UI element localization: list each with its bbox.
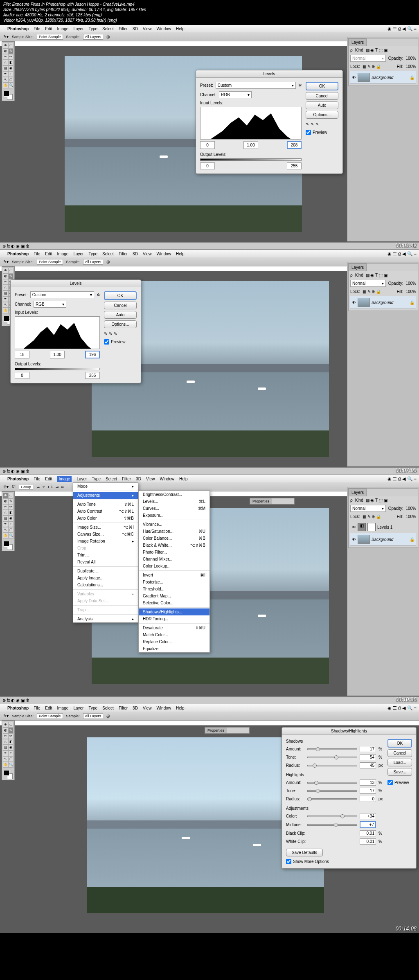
layer-levels1[interactable]: 👁 ◧ Levels 1	[350, 521, 416, 533]
color-slider[interactable]	[307, 816, 357, 817]
shadow-radius[interactable]: 45	[360, 762, 376, 768]
menu-image[interactable]: Image	[57, 27, 69, 31]
marquee-tool[interactable]: ▭	[8, 43, 14, 48]
eraser-tool[interactable]: ◧	[8, 60, 14, 65]
menu-image-open[interactable]: Image	[57, 476, 72, 482]
shape-tool[interactable]: ▢	[8, 77, 14, 83]
menu-edit[interactable]: Edit	[45, 27, 52, 31]
output-white[interactable]	[85, 372, 100, 379]
pen-tool[interactable]: ✒	[3, 71, 8, 77]
preset-dropdown[interactable]: Custom	[216, 82, 296, 89]
sample-layers-dropdown[interactable]: All Layers	[83, 259, 104, 265]
menu-type[interactable]: Type	[88, 27, 97, 31]
preset-dropdown[interactable]: Custom	[30, 291, 94, 298]
layer-background[interactable]: 👁 Background 🔒	[350, 533, 416, 546]
menu-help[interactable]: Help	[176, 27, 185, 31]
layer-background[interactable]: 👁 Background 🔒	[350, 71, 416, 84]
highlight-tone[interactable]: 17	[360, 788, 376, 794]
input-white[interactable]	[85, 351, 100, 358]
black-clip[interactable]: 0.01	[360, 830, 376, 836]
output-black[interactable]	[15, 372, 29, 379]
white-clip[interactable]: 0.01	[360, 838, 376, 845]
color-ring-icon[interactable]: ◎	[106, 259, 110, 264]
sample-size-dropdown[interactable]: Point Sample	[37, 259, 63, 265]
path-tool[interactable]: ↖	[3, 77, 8, 83]
clone-tool[interactable]: ⎌	[3, 60, 8, 65]
ok-button[interactable]: OK	[306, 82, 338, 90]
move-tool[interactable]: ⊕	[3, 43, 8, 48]
shadow-amount[interactable]: 17	[360, 746, 376, 752]
blend-mode[interactable]: Normal	[350, 55, 386, 62]
menu-mode[interactable]: Mode▸	[73, 483, 138, 490]
cancel-button[interactable]: Cancel	[104, 302, 137, 309]
zoom-tool[interactable]: 🔍	[8, 83, 14, 88]
histogram[interactable]	[200, 107, 302, 140]
shadow-tone[interactable]: 54	[360, 754, 376, 760]
output-slider[interactable]	[200, 158, 302, 161]
menu-3d[interactable]: 3D	[133, 27, 138, 31]
output-black[interactable]	[200, 162, 215, 169]
highlight-amount-slider[interactable]	[307, 782, 357, 784]
input-white[interactable]	[287, 141, 302, 149]
options-button[interactable]: Options...	[306, 111, 338, 119]
preset-menu-icon[interactable]: ✲	[298, 83, 302, 88]
ok-button[interactable]: OK	[387, 739, 412, 748]
sample-size-dropdown[interactable]: Point Sample	[37, 34, 63, 40]
color-val[interactable]: +34	[360, 813, 376, 819]
ok-button[interactable]: OK	[104, 291, 137, 300]
type-tool[interactable]: T	[8, 71, 14, 77]
highlight-amount[interactable]: 13	[360, 779, 376, 786]
highlight-radius-slider[interactable]	[307, 798, 357, 800]
layers-tab[interactable]: Layers	[349, 38, 367, 46]
input-black[interactable]	[15, 351, 29, 358]
crop-tool[interactable]: ✂	[3, 54, 8, 60]
eyedropper-tool-icon[interactable]: ✎▾	[3, 34, 9, 39]
menu-adjustments[interactable]: Adjustments▸	[73, 492, 138, 499]
group-dropdown[interactable]: Group	[19, 484, 33, 490]
eyedropper-tool-icon[interactable]: ✎▾	[3, 259, 9, 264]
histogram[interactable]	[15, 316, 100, 349]
layer-background[interactable]: 👁 Background 🔒	[350, 296, 416, 309]
preview-checkbox[interactable]	[306, 130, 311, 135]
hand-tool[interactable]: ✋	[3, 83, 8, 88]
lasso-tool[interactable]: ◐	[3, 48, 8, 54]
auto-button[interactable]: Auto	[104, 311, 137, 319]
menu-shadows-highlights[interactable]: Shadows/Highlights...	[139, 608, 210, 615]
midtone-slider[interactable]	[307, 824, 357, 826]
midtone-val[interactable]: +7	[360, 821, 376, 828]
save-defaults-button[interactable]: Save Defaults	[286, 849, 323, 856]
auto-button[interactable]: Auto	[306, 101, 338, 109]
save-button[interactable]: Save...	[387, 768, 412, 776]
brush-tool[interactable]: ✏	[8, 54, 14, 60]
menu-layer[interactable]: Layer	[73, 27, 83, 31]
eyedropper-gray-icon[interactable]: ✎	[311, 122, 314, 126]
shadow-tone-slider[interactable]	[307, 757, 357, 758]
preview-checkbox[interactable]	[104, 339, 109, 345]
input-gamma[interactable]	[50, 351, 65, 358]
cancel-button[interactable]: Cancel	[387, 749, 412, 757]
preview-checkbox[interactable]	[387, 780, 393, 785]
gradient-tool[interactable]: ▤	[3, 65, 8, 71]
highlight-radius[interactable]: 0	[360, 796, 376, 802]
channel-dropdown[interactable]: RGB	[34, 301, 66, 308]
show-more-checkbox[interactable]	[286, 859, 291, 864]
input-black[interactable]	[200, 141, 215, 149]
app-name[interactable]: Photoshop	[7, 27, 29, 31]
output-slider[interactable]	[15, 368, 100, 370]
eyedropper-tool[interactable]: ✎	[8, 48, 14, 54]
sample-layers-dropdown[interactable]: All Layers	[83, 34, 104, 40]
color-ring-icon[interactable]: ◎	[106, 34, 110, 39]
eyedropper-white-icon[interactable]: ✎	[315, 122, 319, 126]
channel-dropdown[interactable]: RGB	[219, 91, 252, 98]
align-icons[interactable]: ⫠ ⫟ ⫞ ⫝ ⫡ ⫢	[36, 484, 65, 489]
shadow-radius-slider[interactable]	[307, 765, 357, 766]
menu-file[interactable]: File	[34, 27, 40, 31]
menu-filter[interactable]: Filter	[119, 27, 128, 31]
load-button[interactable]: Load...	[387, 759, 412, 766]
eyedropper-black-icon[interactable]: ✎	[306, 122, 309, 126]
options-button[interactable]: Options...	[104, 320, 137, 328]
menu-select[interactable]: Select	[102, 27, 114, 31]
shadow-amount-slider[interactable]	[307, 748, 357, 750]
blur-tool[interactable]: ◉	[8, 65, 14, 71]
menu-view[interactable]: View	[143, 27, 152, 31]
